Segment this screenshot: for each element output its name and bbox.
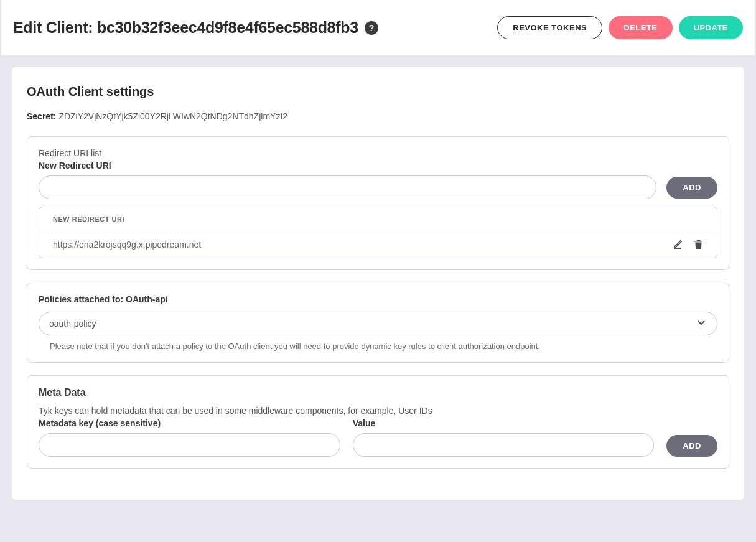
page-header: Edit Client: bc30b32f3eec4d9f8e4f65ec588… xyxy=(1,0,755,55)
add-redirect-button[interactable]: ADD xyxy=(666,177,717,199)
metadata-title: Meta Data xyxy=(39,387,717,398)
policy-select[interactable]: oauth-policy xyxy=(39,312,717,335)
redirect-table-header: NEW REDIRECT URI xyxy=(39,207,717,231)
redirect-uri-table: NEW REDIRECT URI https://ena2krojsqq9g.x… xyxy=(39,207,717,258)
header-actions: REVOKE TOKENS DELETE UPDATE xyxy=(497,16,743,39)
secret-label: Secret: xyxy=(27,111,56,121)
redirect-uri-card: Redirect URI list New Redirect URI ADD N… xyxy=(27,136,729,270)
policy-selected-value: oauth-policy xyxy=(49,319,96,329)
main-panel: OAuth Client settings Secret: ZDZiY2VjNz… xyxy=(12,67,744,500)
new-redirect-input[interactable] xyxy=(39,175,656,199)
policies-card: Policies attached to: OAuth-api oauth-po… xyxy=(27,283,729,363)
edit-icon[interactable] xyxy=(673,240,683,250)
secret-line: Secret: ZDZiY2VjNzQtYjk5Zi00Y2RjLWIwN2Qt… xyxy=(27,111,729,121)
update-button[interactable]: UPDATE xyxy=(679,16,743,39)
policies-label: Policies attached to: OAuth-api xyxy=(39,294,717,304)
metadata-value-input[interactable] xyxy=(353,433,655,457)
metadata-value-label: Value xyxy=(353,418,655,428)
metadata-input-row: Metadata key (case sensitive) Value ADD xyxy=(39,418,717,457)
secret-value: ZDZiY2VjNzQtYjk5Zi00Y2RjLWIwN2QtNDg2NTdh… xyxy=(58,111,287,121)
add-metadata-button[interactable]: ADD xyxy=(666,435,717,457)
delete-button[interactable]: DELETE xyxy=(609,16,672,39)
metadata-card: Meta Data Tyk keys can hold metadata tha… xyxy=(27,375,729,469)
table-row: https://ena2krojsqq9g.x.pipedream.net xyxy=(39,231,717,258)
metadata-description: Tyk keys can hold metadata that can be u… xyxy=(39,406,717,416)
trash-icon[interactable] xyxy=(694,240,703,250)
metadata-key-label: Metadata key (case sensitive) xyxy=(39,418,340,428)
help-icon[interactable]: ? xyxy=(365,21,378,35)
redirect-list-label: Redirect URI list xyxy=(39,148,717,158)
redirect-uri-value: https://ena2krojsqq9g.x.pipedream.net xyxy=(53,240,201,250)
policies-help-text: Please note that if you don't attach a p… xyxy=(39,342,717,351)
metadata-key-input[interactable] xyxy=(39,433,340,457)
page-title: Edit Client: bc30b32f3eec4d9f8e4f65ec588… xyxy=(13,19,378,37)
oauth-section-title: OAuth Client settings xyxy=(27,85,729,99)
revoke-tokens-button[interactable]: REVOKE TOKENS xyxy=(497,16,602,39)
redirect-input-row: ADD xyxy=(39,175,717,199)
title-text: Edit Client: bc30b32f3eec4d9f8e4f65ec588… xyxy=(13,19,358,37)
row-actions xyxy=(673,240,703,250)
new-redirect-label: New Redirect URI xyxy=(39,161,717,171)
